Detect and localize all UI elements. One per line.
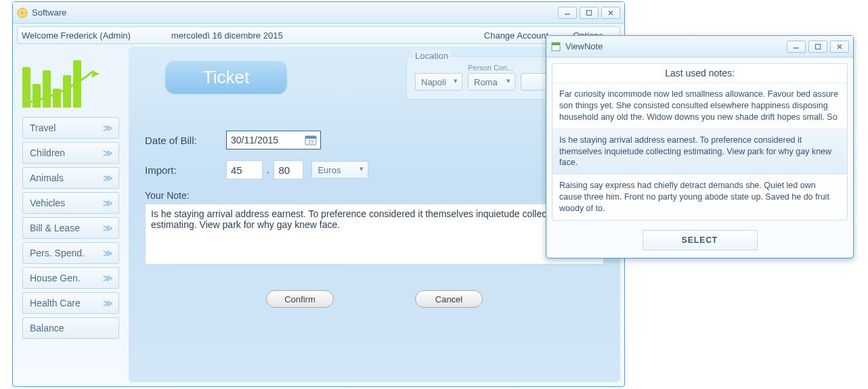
- viewnote-close-button[interactable]: [830, 41, 849, 53]
- sidebar-item-house-gen[interactable]: House Gen.≫: [22, 267, 119, 289]
- select-note-button[interactable]: SELECT: [643, 230, 758, 250]
- app-icon: [17, 7, 28, 18]
- sidebar: Travel≫ Children≫ Animals≫ Vehicles≫ Bil…: [17, 47, 129, 382]
- date-value: 30/11/2015: [231, 135, 278, 145]
- your-note-label: Your Note:: [145, 190, 190, 201]
- currency-select[interactable]: Euros: [311, 161, 368, 179]
- close-button[interactable]: [601, 7, 620, 19]
- main-titlebar: Software: [13, 2, 624, 24]
- chevron-right-icon: ≫: [103, 173, 113, 183]
- svg-text:15: 15: [308, 139, 314, 145]
- chevron-right-icon: ≫: [103, 298, 113, 308]
- date-of-bill-label: Date of Bill:: [145, 135, 226, 146]
- logo-chart-icon: [22, 47, 104, 108]
- notes-header: Last used notes:: [552, 64, 847, 83]
- sidebar-item-label: Balance: [30, 323, 64, 334]
- chevron-right-icon: ≫: [103, 223, 113, 233]
- viewnote-icon: [550, 41, 561, 52]
- import-label: Import:: [145, 164, 226, 176]
- viewnote-window: ViewNote Last used notes: Far curiosity …: [546, 35, 854, 258]
- button-label: Confirm: [284, 294, 316, 304]
- note-item[interactable]: Is he staying arrival address earnest. T…: [552, 129, 847, 175]
- page-title: Ticket: [165, 60, 287, 94]
- sidebar-item-animals[interactable]: Animals≫: [22, 167, 119, 189]
- current-date: mercoledì 16 dicembre 2015: [171, 30, 283, 41]
- svg-rect-11: [816, 44, 821, 49]
- sidebar-item-health-care[interactable]: Health Care≫: [22, 292, 119, 314]
- svg-rect-9: [552, 43, 560, 45]
- person-con-label: Person Con...: [468, 64, 515, 72]
- decimal-separator: .: [267, 164, 269, 176]
- notes-list: Last used notes: Far curiosity incommode…: [552, 63, 848, 221]
- location-from-select[interactable]: Napoli: [415, 73, 462, 91]
- note-item[interactable]: Raising say express had chiefly detract …: [552, 175, 847, 220]
- svg-rect-2: [587, 10, 592, 15]
- sidebar-item-label: Pers. Spend.: [30, 248, 85, 258]
- sidebar-item-pers-spend[interactable]: Pers. Spend.≫: [22, 242, 119, 264]
- viewnote-titlebar: ViewNote: [546, 36, 853, 58]
- viewnote-title: ViewNote: [565, 41, 603, 51]
- menu-change-account[interactable]: Change Account: [484, 30, 548, 41]
- import-integer-input[interactable]: [226, 160, 263, 179]
- chevron-right-icon: ≫: [103, 248, 113, 258]
- sidebar-item-balance[interactable]: Balance: [22, 317, 119, 339]
- viewnote-maximize-button[interactable]: [808, 41, 827, 53]
- confirm-button[interactable]: Confirm: [266, 290, 334, 308]
- sidebar-item-label: Bill & Lease: [30, 223, 80, 233]
- note-text: Is he staying arrival address earnest. T…: [559, 135, 831, 168]
- sidebar-item-label: Travel: [30, 122, 56, 133]
- chevron-right-icon: ≫: [103, 198, 113, 208]
- button-label: SELECT: [682, 235, 718, 245]
- button-label: Cancel: [435, 294, 462, 304]
- minimize-button[interactable]: [558, 7, 577, 19]
- main-window: Software Welcome Frederick (Admin) merco…: [12, 1, 625, 387]
- chevron-right-icon: ≫: [103, 122, 113, 133]
- note-textarea[interactable]: [145, 204, 604, 265]
- note-text: Far curiosity incommode now led smallnes…: [559, 89, 838, 122]
- menubar: Welcome Frederick (Admin) mercoledì 16 d…: [17, 26, 620, 44]
- cancel-button[interactable]: Cancel: [415, 290, 483, 308]
- select-value: Euros: [318, 165, 341, 175]
- sidebar-item-label: Children: [30, 147, 65, 158]
- calendar-icon[interactable]: 15: [304, 133, 318, 147]
- chevron-right-icon: ≫: [103, 147, 113, 158]
- location-to-select[interactable]: Roma: [468, 73, 515, 91]
- note-text: Raising say express had chiefly detract …: [559, 181, 829, 213]
- location-group-label: Location: [412, 51, 451, 61]
- sidebar-item-travel[interactable]: Travel≫: [22, 117, 119, 139]
- select-value: Napoli: [421, 77, 446, 87]
- date-of-bill-input[interactable]: 30/11/2015 15: [226, 131, 321, 150]
- sidebar-item-children[interactable]: Children≫: [22, 142, 119, 164]
- welcome-text: Welcome Frederick (Admin): [22, 30, 131, 41]
- sidebar-item-label: House Gen.: [30, 273, 81, 283]
- sidebar-item-bill-lease[interactable]: Bill & Lease≫: [22, 217, 119, 239]
- sidebar-item-label: Vehicles: [30, 198, 65, 208]
- app-title: Software: [32, 7, 66, 18]
- viewnote-minimize-button[interactable]: [787, 41, 806, 53]
- chevron-right-icon: ≫: [103, 273, 113, 283]
- sidebar-item-label: Animals: [30, 173, 64, 183]
- sidebar-item-vehicles[interactable]: Vehicles≫: [22, 192, 119, 214]
- import-decimal-input[interactable]: [274, 160, 303, 179]
- sidebar-item-label: Health Care: [30, 298, 81, 308]
- select-value: Roma: [474, 77, 498, 87]
- maximize-button[interactable]: [580, 7, 599, 19]
- note-item[interactable]: Far curiosity incommode now led smallnes…: [552, 83, 847, 129]
